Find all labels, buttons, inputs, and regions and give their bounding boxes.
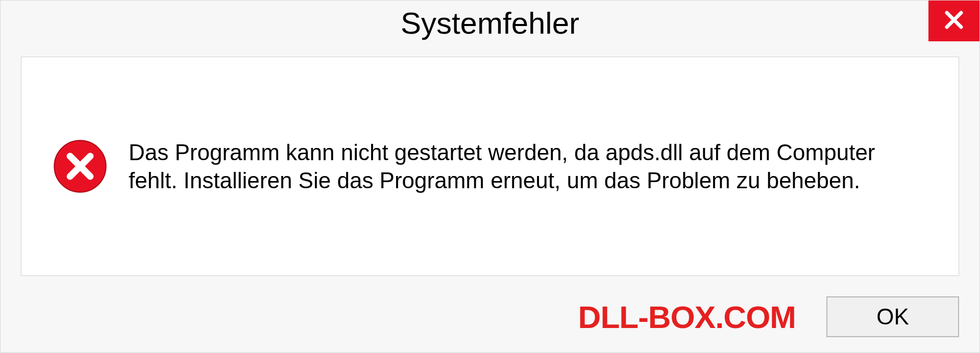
dialog-footer: DLL-BOX.COM OK	[1, 286, 979, 352]
error-message: Das Programm kann nicht gestartet werden…	[129, 138, 928, 194]
error-dialog: Systemfehler Das Programm kann nicht ges…	[0, 0, 980, 353]
close-icon	[942, 8, 966, 34]
ok-button[interactable]: OK	[826, 296, 959, 337]
dialog-title: Systemfehler	[401, 6, 579, 41]
titlebar: Systemfehler	[1, 1, 979, 52]
error-icon	[52, 138, 108, 194]
close-button[interactable]	[928, 1, 979, 41]
content-area: Das Programm kann nicht gestartet werden…	[21, 57, 959, 276]
watermark-text: DLL-BOX.COM	[578, 299, 796, 335]
